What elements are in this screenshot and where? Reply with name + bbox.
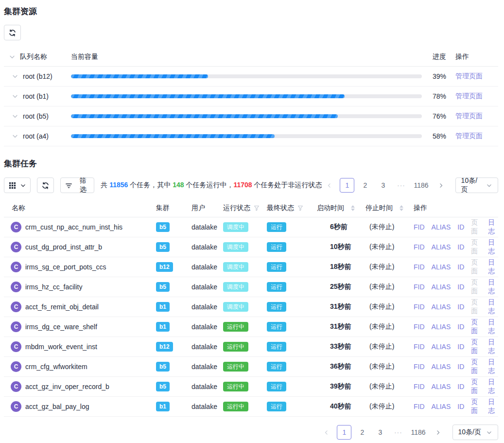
fid-link[interactable]: FID [414, 303, 425, 311]
page-link: 页面 [471, 258, 481, 276]
start-time: 31秒前 [317, 302, 365, 311]
last-page-button[interactable]: 1186 [412, 178, 430, 193]
alias-link[interactable]: ALIAS [432, 343, 451, 351]
alias-link[interactable]: ALIAS [432, 223, 451, 231]
page-size-select[interactable]: 10条/页 [455, 177, 498, 193]
start-time: 36秒前 [317, 362, 365, 371]
next-page-button[interactable] [431, 425, 446, 440]
next-page-button[interactable] [434, 178, 449, 193]
page-2-button[interactable]: 2 [358, 178, 372, 193]
avatar: C [11, 262, 21, 272]
page-3-button[interactable]: 3 [376, 178, 390, 193]
alias-link[interactable]: ALIAS [432, 283, 451, 291]
page-size-select[interactable]: 10条/页 [452, 425, 498, 440]
alias-link[interactable]: ALIAS [432, 243, 451, 251]
fid-link[interactable]: FID [414, 323, 425, 331]
page-2-button[interactable]: 2 [355, 425, 369, 440]
fid-link[interactable]: FID [414, 343, 425, 351]
last-page-button[interactable]: 1186 [409, 425, 427, 440]
log-link[interactable]: 日志 [488, 238, 498, 256]
log-link[interactable]: 日志 [488, 218, 498, 236]
run-status-filter-icon[interactable] [254, 205, 260, 211]
task-name: irms_dg_ce_ware_shelf [25, 323, 97, 331]
page-link[interactable]: 页面 [471, 318, 481, 336]
progress-percent: 76% [430, 112, 452, 120]
log-link[interactable]: 日志 [488, 378, 498, 395]
fid-link[interactable]: FID [414, 383, 425, 390]
fid-link[interactable]: FID [414, 283, 425, 291]
fid-link[interactable]: FID [414, 223, 425, 231]
col-action: 操作 [411, 204, 498, 213]
fid-link[interactable]: FID [414, 403, 425, 410]
refresh-resources-button[interactable] [4, 25, 21, 40]
capacity-progressbar [71, 114, 422, 118]
page-link[interactable]: 页面 [471, 378, 481, 395]
page-1-button[interactable]: 1 [340, 178, 354, 193]
cluster-resources-title: 集群资源 [4, 0, 498, 17]
alias-link[interactable]: ALIAS [432, 303, 451, 311]
pagination-ellipsis[interactable]: ··· [394, 178, 408, 193]
chevron-down-icon [20, 182, 26, 189]
filter-button[interactable]: 筛选 [60, 177, 94, 193]
pagination-ellipsis[interactable]: ··· [391, 425, 405, 440]
table-row: C irms_sg_ce_port_pots_ccs b12 datalake … [4, 257, 498, 277]
page-link[interactable]: 页面 [471, 358, 481, 375]
table-row: C crm_cust_np_acc_num_inst_his b5 datala… [4, 217, 498, 237]
log-link[interactable]: 日志 [488, 258, 498, 276]
expand-queue-chevron-icon[interactable] [12, 133, 18, 140]
fid-link[interactable]: FID [414, 263, 425, 271]
manage-page-link[interactable]: 管理页面 [455, 92, 483, 100]
final-status-filter-icon[interactable] [297, 205, 303, 211]
alias-link[interactable]: ALIAS [432, 383, 451, 390]
queue-row: root (b1) 78% 管理页面 [4, 87, 498, 106]
fid-link[interactable]: FID [414, 243, 425, 251]
col-queue-name: 队列名称 [20, 53, 47, 61]
column-settings-button[interactable] [4, 177, 31, 193]
alias-link[interactable]: ALIAS [432, 403, 451, 410]
log-link[interactable]: 日志 [488, 358, 498, 375]
log-link[interactable]: 日志 [488, 278, 498, 296]
id-link[interactable]: ID [457, 383, 464, 390]
id-link[interactable]: ID [457, 343, 464, 351]
alias-link[interactable]: ALIAS [432, 263, 451, 271]
id-link[interactable]: ID [457, 263, 464, 271]
log-link[interactable]: 日志 [488, 298, 498, 316]
page-1-button[interactable]: 1 [337, 425, 351, 440]
manage-page-link[interactable]: 管理页面 [455, 132, 483, 140]
log-link[interactable]: 日志 [488, 338, 498, 355]
prev-page-button[interactable] [319, 425, 333, 440]
refresh-tasks-button[interactable] [37, 177, 54, 193]
id-link[interactable]: ID [457, 323, 464, 331]
prev-page-button[interactable] [322, 178, 336, 193]
id-link[interactable]: ID [457, 223, 464, 231]
id-link[interactable]: ID [457, 363, 464, 371]
log-link[interactable]: 日志 [488, 398, 498, 415]
id-link[interactable]: ID [457, 243, 464, 251]
cluster-badge: b5 [156, 382, 170, 391]
task-name: crm_cust_np_acc_num_inst_his [25, 223, 122, 231]
id-link[interactable]: ID [457, 303, 464, 311]
alias-link[interactable]: ALIAS [432, 323, 451, 331]
run-status-badge: 调度中 [223, 282, 248, 292]
run-status-badge: 运行中 [223, 402, 248, 411]
log-link[interactable]: 日志 [488, 318, 498, 336]
id-link[interactable]: ID [457, 283, 464, 291]
start-time-sorter-icon[interactable] [351, 205, 355, 211]
page-link: 页面 [471, 238, 481, 256]
fid-link[interactable]: FID [414, 363, 425, 371]
alias-link[interactable]: ALIAS [432, 363, 451, 371]
run-status-badge: 运行中 [223, 342, 248, 352]
manage-page-link[interactable]: 管理页面 [455, 112, 483, 120]
avatar: C [11, 321, 21, 332]
id-link[interactable]: ID [457, 403, 464, 410]
expand-queue-chevron-icon[interactable] [12, 113, 18, 120]
manage-page-link[interactable]: 管理页面 [455, 72, 483, 80]
stop-time-sorter-icon[interactable] [400, 205, 403, 211]
expand-queue-chevron-icon[interactable] [12, 73, 18, 80]
collapse-all-chevron-icon[interactable] [9, 53, 16, 60]
page-link[interactable]: 页面 [471, 398, 481, 415]
page-link[interactable]: 页面 [471, 338, 481, 355]
page-3-button[interactable]: 3 [373, 425, 387, 440]
expand-queue-chevron-icon[interactable] [12, 93, 18, 100]
page-size-value: 10条/页 [458, 428, 481, 437]
